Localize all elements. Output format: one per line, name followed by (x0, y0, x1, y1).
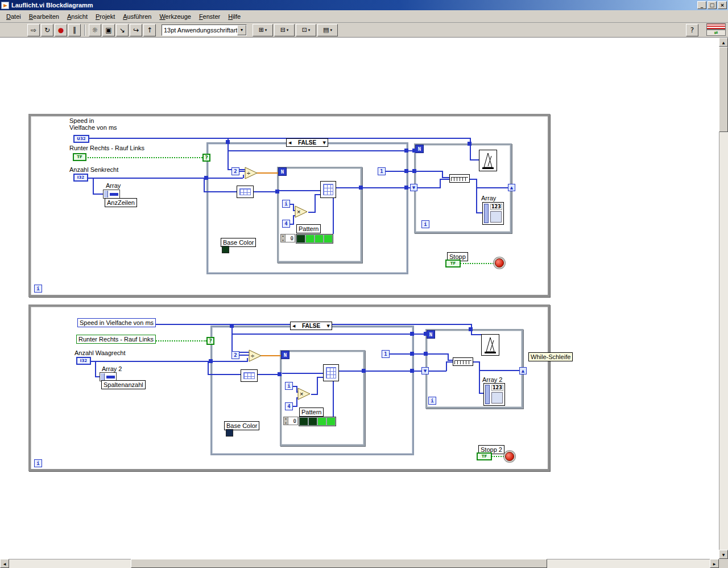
case-selector-value[interactable]: FALSE (291, 139, 322, 146)
array-terminal[interactable] (103, 190, 120, 199)
highlight-execution-button[interactable]: ☼ (89, 24, 101, 36)
inner-for-loop-1-iteration-terminal[interactable]: i (282, 200, 290, 208)
wire-segment[interactable] (446, 362, 447, 371)
spin-up-icon[interactable]: ▴ (282, 234, 284, 237)
direction-label[interactable]: Runter Rechts - Rauf Links (76, 335, 156, 344)
tunnel[interactable] (204, 176, 208, 180)
wire-segment[interactable] (87, 178, 243, 179)
while-loop-comment-label[interactable]: While-Schleife (528, 352, 573, 361)
wait-ms-multiple-icon[interactable] (479, 150, 497, 171)
array-name-label[interactable]: Spaltenanzahl (101, 380, 146, 389)
menu-datei[interactable]: Datei (2, 11, 25, 22)
tunnel[interactable] (230, 324, 234, 328)
tunnel[interactable] (404, 149, 408, 153)
speed-control-terminal[interactable]: U32 (73, 135, 89, 143)
speed-label-line1[interactable]: Speed in (69, 117, 94, 124)
right-for-loop-2[interactable] (425, 329, 523, 409)
maximize-button[interactable]: □ (708, 1, 717, 9)
step-into-button[interactable]: ↘ (116, 24, 129, 36)
while-loop-1-iteration-terminal[interactable]: i (34, 285, 42, 293)
menu-ansicht[interactable]: Ansicht (63, 11, 92, 22)
wire-segment[interactable] (442, 177, 450, 178)
close-button[interactable]: × (718, 1, 727, 9)
wire-segment[interactable] (247, 358, 248, 362)
multiply-function[interactable]: × (297, 388, 311, 400)
resize-objects-dropdown[interactable]: ⊡ ▾ (296, 24, 316, 36)
tunnel[interactable] (404, 186, 408, 190)
right-for-loop-1-iteration-terminal[interactable]: i (421, 220, 429, 228)
menu-fenster[interactable]: Fenster (195, 11, 224, 22)
case-selector-value[interactable]: FALSE (295, 323, 326, 329)
direction-label[interactable]: Runter Rechts - Rauf Links (69, 145, 144, 151)
index-array-icon[interactable] (320, 181, 336, 198)
wire-segment[interactable] (257, 172, 279, 174)
tunnel[interactable] (275, 190, 279, 194)
pattern-led-array[interactable] (299, 417, 336, 426)
menu-hilfe[interactable]: Hilfe (224, 11, 245, 22)
tunnel[interactable] (424, 352, 428, 356)
tunnel[interactable] (278, 372, 282, 376)
block-diagram-canvas[interactable]: i Speed in Vielfache von ms U32 Runter R… (0, 38, 719, 559)
wire-segment[interactable] (85, 157, 202, 158)
inner-for-loop-1-count-terminal[interactable]: N (278, 167, 287, 176)
pause-button[interactable]: ‖ (68, 24, 81, 36)
led-cell[interactable] (315, 234, 324, 243)
abort-button[interactable]: ● (55, 24, 67, 36)
tunnel[interactable] (410, 369, 414, 373)
wire-segment[interactable] (228, 150, 408, 151)
wire-segment[interactable] (261, 355, 282, 356)
wire-segment[interactable] (390, 353, 413, 355)
wait-ms-multiple-icon[interactable] (481, 334, 499, 356)
divide-function[interactable]: ÷ (245, 167, 258, 179)
case-menu-icon[interactable]: ▼ (323, 141, 326, 145)
build-array-icon[interactable] (449, 174, 470, 183)
tunnel[interactable] (404, 169, 408, 173)
build-array-icon[interactable] (453, 357, 473, 366)
wire-segment[interactable] (231, 324, 233, 352)
case-menu-icon[interactable]: ▼ (327, 324, 330, 328)
wire-segment[interactable] (479, 370, 520, 371)
result-array-label[interactable]: Array (481, 195, 496, 201)
wire-segment[interactable] (293, 216, 294, 225)
array-indicator-terminal[interactable]: 123 (483, 383, 505, 406)
inner-for-loop-1[interactable] (277, 167, 362, 263)
tunnel[interactable] (362, 369, 366, 373)
case-selector-1[interactable]: ◀ FALSE ▼ (286, 138, 328, 147)
led-cell[interactable] (317, 417, 326, 426)
tunnel[interactable] (469, 327, 473, 331)
wire-segment[interactable] (204, 191, 237, 192)
index-array-icon[interactable] (323, 364, 339, 381)
minimize-button[interactable]: _ (697, 1, 706, 9)
inner-for-loop-2-count-terminal[interactable]: N (281, 351, 289, 359)
scroll-down-button[interactable]: ▼ (719, 550, 728, 559)
led-cell[interactable] (308, 417, 317, 426)
scroll-right-button[interactable]: ▶ (710, 559, 719, 568)
wire-segment[interactable] (460, 263, 496, 264)
wire-segment[interactable] (154, 340, 206, 341)
case-selector-2[interactable]: ◀ FALSE ▼ (290, 322, 332, 330)
wire-segment[interactable] (231, 334, 414, 335)
right-for-loop-2-count-terminal[interactable]: N (427, 330, 435, 339)
wire-segment[interactable] (476, 179, 477, 213)
base-color-box[interactable] (222, 246, 229, 253)
scroll-left-button[interactable]: ◀ (0, 559, 9, 568)
help-button[interactable]: ? (686, 24, 698, 36)
wire-segment[interactable] (417, 187, 441, 188)
wire-segment[interactable] (470, 138, 471, 160)
divide-constant[interactable]: 2 (231, 167, 239, 175)
loop-condition-terminal[interactable] (495, 258, 504, 267)
tunnel[interactable] (468, 142, 471, 146)
tunnel[interactable] (424, 332, 428, 336)
wire-segment[interactable] (239, 355, 249, 356)
spin-down-icon[interactable]: ▾ (282, 239, 284, 242)
font-selector[interactable]: 13pt Anwendungsschriftart ▾ (162, 24, 247, 36)
wire-segment[interactable] (208, 374, 241, 375)
wire-segment[interactable] (339, 371, 413, 372)
tunnel[interactable] (359, 186, 363, 190)
wire-segment[interactable] (279, 190, 320, 191)
shift-register-right[interactable]: ▲ (508, 184, 515, 191)
align-objects-dropdown[interactable]: ⊞ ▾ (253, 24, 273, 36)
case-selector-terminal-icon[interactable]: ? (202, 154, 210, 162)
retain-wire-values-button[interactable]: ▣ (102, 24, 115, 36)
initialize-array-icon[interactable] (241, 369, 258, 382)
